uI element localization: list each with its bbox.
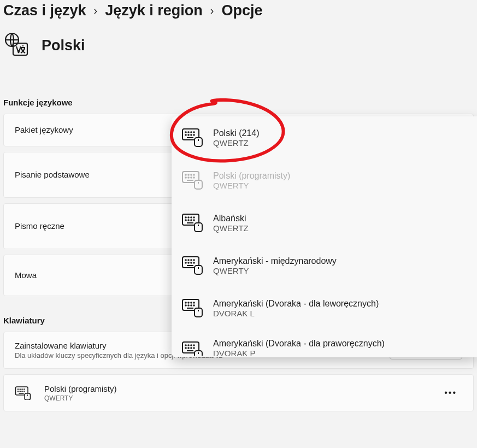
svg-rect-11 bbox=[25, 393, 31, 400]
svg-point-46 bbox=[193, 260, 195, 261]
keyboard-icon bbox=[181, 254, 203, 278]
installed-keyboard-layout: QWERTY bbox=[44, 394, 117, 402]
svg-point-28 bbox=[188, 177, 189, 178]
svg-point-27 bbox=[185, 177, 186, 178]
svg-point-48 bbox=[188, 262, 189, 263]
svg-point-14 bbox=[188, 132, 189, 133]
svg-point-47 bbox=[185, 262, 186, 263]
svg-point-50 bbox=[193, 262, 195, 263]
keyboard-option-name: Amerykański (Dvoraka - dla leworęcznych) bbox=[213, 299, 379, 309]
svg-point-63 bbox=[185, 345, 186, 346]
svg-rect-31 bbox=[195, 180, 202, 189]
breadcrumb-options: Opcje bbox=[222, 2, 263, 19]
keyboard-option-layout: DVORAK P bbox=[213, 349, 385, 356]
svg-rect-61 bbox=[195, 308, 202, 317]
keyboard-option-layout: QWERTZ bbox=[213, 138, 259, 148]
svg-point-40 bbox=[193, 220, 195, 221]
language-name: Polski bbox=[42, 37, 85, 54]
svg-point-5 bbox=[22, 389, 22, 390]
chevron-right-icon: › bbox=[210, 4, 214, 17]
feature-label: Mowa bbox=[15, 270, 37, 280]
svg-rect-51 bbox=[195, 266, 202, 274]
svg-point-10 bbox=[24, 391, 25, 392]
svg-point-68 bbox=[188, 347, 189, 349]
svg-point-70 bbox=[193, 347, 195, 349]
svg-point-66 bbox=[193, 345, 195, 346]
more-options-button[interactable]: ••• bbox=[439, 385, 462, 401]
svg-point-7 bbox=[17, 391, 18, 392]
section-title-features: Funkcje językowe bbox=[0, 65, 477, 114]
svg-point-45 bbox=[191, 260, 192, 261]
svg-point-23 bbox=[185, 174, 186, 175]
chevron-right-icon: › bbox=[94, 4, 98, 17]
svg-point-55 bbox=[191, 302, 192, 303]
keyboard-option-dvorak-right[interactable]: Amerykański (Dvoraka - dla praworęcznych… bbox=[172, 329, 477, 356]
keyboard-option-layout: DVORAK L bbox=[213, 309, 379, 318]
keyboard-option-name: Amerykański - międzynarodowy bbox=[213, 256, 337, 266]
language-header: Polski bbox=[0, 19, 477, 65]
svg-point-30 bbox=[193, 177, 195, 178]
keyboard-icon bbox=[181, 168, 203, 192]
svg-point-69 bbox=[191, 347, 192, 349]
svg-point-6 bbox=[24, 389, 25, 390]
svg-point-15 bbox=[191, 132, 192, 133]
svg-point-18 bbox=[188, 134, 189, 135]
breadcrumb-time-language[interactable]: Czas i język bbox=[3, 2, 86, 19]
feature-label: Pismo ręczne bbox=[15, 221, 64, 231]
svg-point-54 bbox=[188, 302, 189, 303]
svg-point-19 bbox=[191, 134, 192, 135]
svg-point-65 bbox=[191, 345, 192, 346]
breadcrumb: Czas i język › Język i region › Opcje bbox=[0, 0, 477, 19]
svg-point-43 bbox=[185, 260, 186, 261]
svg-point-36 bbox=[193, 217, 195, 218]
svg-point-59 bbox=[191, 305, 192, 306]
svg-point-9 bbox=[22, 391, 22, 392]
svg-point-29 bbox=[191, 177, 192, 178]
feature-label: Pisanie podstawowe bbox=[15, 170, 90, 179]
svg-point-3 bbox=[17, 389, 18, 390]
keyboard-option-dvorak-left[interactable]: Amerykański (Dvoraka - dla leworęcznych)… bbox=[172, 287, 477, 329]
svg-point-44 bbox=[188, 260, 189, 261]
svg-point-33 bbox=[185, 217, 186, 218]
breadcrumb-language-region[interactable]: Język i region bbox=[105, 2, 203, 19]
feature-label: Pakiet językowy bbox=[15, 125, 73, 134]
svg-point-37 bbox=[185, 220, 186, 221]
svg-point-38 bbox=[188, 220, 189, 221]
svg-point-20 bbox=[193, 134, 195, 135]
keyboard-option-layout: QWERTZ bbox=[213, 223, 249, 233]
keyboard-option-name: Polski (programisty) bbox=[213, 171, 290, 181]
svg-point-25 bbox=[191, 174, 192, 175]
installed-keyboard-item: Polski (programisty) QWERTY ••• bbox=[3, 374, 474, 411]
svg-point-16 bbox=[193, 132, 195, 133]
keyboard-option-polski-214[interactable]: Polski (214) QWERTZ bbox=[172, 116, 477, 159]
svg-point-60 bbox=[193, 305, 195, 306]
svg-rect-41 bbox=[195, 223, 202, 232]
keyboard-icon bbox=[181, 339, 203, 356]
keyboard-icon bbox=[181, 296, 203, 320]
keyboard-option-layout: QWERTY bbox=[213, 181, 290, 190]
keyboard-option-polski-programisty: Polski (programisty) QWERTY bbox=[172, 159, 477, 202]
svg-point-24 bbox=[188, 174, 189, 175]
keyboard-option-albanski[interactable]: Albański QWERTZ bbox=[172, 202, 477, 244]
add-keyboard-dropdown: Polski (214) QWERTZ Polski (programisty)… bbox=[172, 116, 477, 357]
svg-point-64 bbox=[188, 345, 189, 346]
keyboard-option-layout: QWERTY bbox=[213, 266, 337, 275]
svg-point-8 bbox=[20, 391, 20, 392]
svg-point-4 bbox=[20, 389, 20, 390]
svg-point-56 bbox=[193, 302, 195, 303]
keyboard-option-name: Amerykański (Dvoraka - dla praworęcznych… bbox=[213, 339, 385, 349]
svg-point-26 bbox=[193, 174, 195, 175]
svg-point-57 bbox=[185, 305, 186, 306]
installed-keyboard-name: Polski (programisty) bbox=[44, 384, 117, 393]
svg-point-49 bbox=[191, 262, 192, 263]
keyboard-icon bbox=[181, 126, 203, 150]
keyboard-option-amerykanski-intl[interactable]: Amerykański - międzynarodowy QWERTY bbox=[172, 244, 477, 287]
svg-point-39 bbox=[191, 220, 192, 221]
svg-point-13 bbox=[185, 132, 186, 133]
svg-rect-21 bbox=[195, 138, 202, 146]
svg-point-58 bbox=[188, 305, 189, 306]
keyboard-option-name: Albański bbox=[213, 214, 249, 223]
svg-point-35 bbox=[191, 217, 192, 218]
keyboard-option-name: Polski (214) bbox=[213, 128, 259, 138]
svg-point-34 bbox=[188, 217, 189, 218]
